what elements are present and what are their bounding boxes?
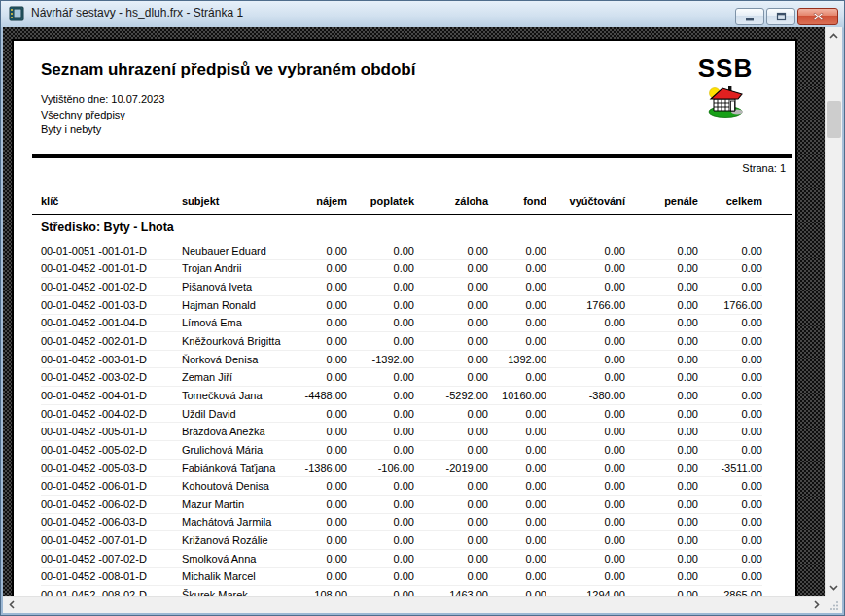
cell-penale: 0.00 [625, 245, 698, 257]
report-meta: Vytištěno dne: 10.07.2023 Všechny předpi… [41, 92, 164, 138]
vertical-scrollbar[interactable] [825, 27, 842, 596]
resize-grip[interactable] [825, 596, 842, 613]
cell-zaloha: -1463.00 [414, 589, 488, 596]
cell-fond: 0.00 [488, 516, 546, 528]
cell-klic: 00-01-0452 -008-02-D [41, 589, 182, 596]
cell-subjekt: Škurek Marek [182, 589, 294, 596]
cell-vyuctovani: 0.00 [546, 281, 625, 292]
cell-penale: 0.00 [625, 299, 698, 311]
column-header-celkem: celkem [698, 195, 762, 207]
scroll-up-button[interactable] [826, 27, 842, 44]
close-button[interactable] [797, 8, 838, 25]
cell-vyuctovani: 0.00 [546, 553, 625, 565]
cell-najem: 0.00 [294, 281, 347, 292]
table-row: 00-01-0452 -008-01-DMichalik Marcel0.000… [41, 568, 762, 587]
cell-zaloha: 0.00 [414, 354, 488, 365]
cell-penale: 0.00 [625, 516, 698, 528]
table-row: 00-01-0452 -002-01-DKněžourková Brigitta… [41, 332, 762, 351]
cell-subjekt: Fabiánková Taťjana [182, 462, 294, 474]
cell-zaloha: 0.00 [414, 553, 488, 565]
cell-vyuctovani: 0.00 [546, 245, 625, 257]
cell-najem: 0.00 [294, 534, 347, 546]
cell-celkem: 0.00 [698, 426, 762, 437]
resize-grip-icon [829, 600, 839, 610]
vertical-scroll-thumb[interactable] [827, 101, 841, 138]
cell-penale: 0.00 [625, 480, 698, 492]
column-header-vyuctovani: vyúčtování [546, 195, 625, 207]
table-row: 00-01-0452 -006-01-DKohoutová Denisa0.00… [41, 477, 762, 496]
restore-button[interactable] [766, 8, 795, 25]
cell-najem: 0.00 [294, 299, 347, 311]
house-icon [702, 82, 749, 119]
horizontal-scrollbar[interactable] [3, 596, 825, 613]
titlebar[interactable]: Návrhář sestavy - hs_dluh.frx - Stránka … [0, 0, 845, 27]
minimize-button[interactable] [735, 8, 764, 25]
table-row: 00-01-0452 -006-02-DMazur Martin0.000.00… [41, 496, 762, 514]
cell-fond: 0.00 [488, 498, 546, 510]
column-header-najem: nájem [294, 195, 347, 207]
cell-zaloha: 0.00 [414, 245, 488, 257]
cell-vyuctovani: 0.00 [546, 462, 625, 474]
cell-subjekt: Kohoutová Denisa [182, 480, 294, 492]
cell-celkem: 0.00 [698, 354, 762, 365]
ssb-logo-text: SSB [698, 54, 753, 82]
cell-najem: 0.00 [294, 371, 347, 383]
cell-fond: 0.00 [488, 589, 546, 596]
filter-line-2: Byty i nebyty [41, 122, 164, 138]
cell-vyuctovani: 0.00 [546, 534, 625, 546]
cell-fond: 0.00 [488, 281, 546, 292]
cell-fond: 0.00 [488, 262, 546, 274]
column-header-subjekt: subjekt [182, 195, 294, 207]
scroll-right-button[interactable] [808, 597, 825, 613]
cell-zaloha: 0.00 [414, 516, 488, 528]
cell-penale: 0.00 [625, 408, 698, 420]
cell-najem: 0.00 [294, 553, 347, 565]
cell-najem: 0.00 [294, 245, 347, 257]
cell-penale: 0.00 [625, 281, 698, 292]
cell-klic: 00-01-0452 -002-01-D [41, 335, 182, 347]
cell-vyuctovani: 0.00 [546, 408, 625, 420]
cell-celkem: 0.00 [698, 262, 762, 274]
cell-poplatek: 0.00 [347, 534, 414, 546]
cell-subjekt: Hajman Ronald [182, 299, 294, 311]
report-title: Seznam uhrazení předpisů ve vybraném obd… [41, 60, 415, 80]
cell-poplatek: 0.00 [347, 426, 414, 437]
scroll-down-button[interactable] [826, 579, 842, 596]
cell-subjekt: Michalik Marcel [182, 570, 294, 582]
cell-klic: 00-01-0452 -007-02-D [41, 553, 182, 565]
cell-poplatek: 0.00 [347, 553, 414, 565]
cell-fond: 0.00 [488, 426, 546, 437]
cell-poplatek: 0.00 [347, 335, 414, 347]
cell-celkem: -2865.00 [698, 589, 762, 596]
chevron-right-icon [814, 600, 820, 609]
cell-celkem: 0.00 [698, 335, 762, 347]
cell-celkem: -3511.00 [698, 462, 762, 474]
cell-vyuctovani: 0.00 [546, 516, 625, 528]
table-row: 00-01-0452 -006-03-DMachátová Jarmila0.0… [41, 514, 762, 532]
table-row: 00-01-0452 -005-02-DGrulichová Mária0.00… [41, 441, 762, 460]
cell-zaloha: 0.00 [414, 262, 488, 274]
cell-vyuctovani: -1294.00 [546, 589, 625, 596]
table-row: 00-01-0452 -004-01-DTomečková Jana-4488.… [41, 387, 762, 405]
cell-subjekt: Ňorková Denisa [182, 354, 294, 365]
cell-klic: 00-01-0452 -001-03-D [41, 299, 182, 311]
cell-zaloha: 0.00 [414, 408, 488, 420]
chevron-left-icon [9, 600, 15, 609]
cell-klic: 00-01-0452 -005-02-D [41, 444, 182, 456]
table-row: 00-01-0051 -001-01-DNeubauer Eduard0.000… [41, 242, 762, 260]
scroll-left-button[interactable] [3, 597, 19, 613]
cell-celkem: 0.00 [698, 408, 762, 420]
table-row: 00-01-0452 -003-01-DŇorková Denisa0.00-1… [41, 351, 762, 369]
minimize-icon [745, 13, 755, 21]
cell-fond: 0.00 [488, 408, 546, 420]
cell-subjekt: Neubauer Eduard [182, 245, 294, 257]
cell-poplatek: -106.00 [347, 462, 414, 474]
column-header-penale: penále [625, 195, 698, 207]
table-row: 00-01-0452 -004-02-DUždil David0.000.000… [41, 405, 762, 424]
cell-vyuctovani: 0.00 [546, 426, 625, 437]
cell-vyuctovani: 0.00 [546, 317, 625, 328]
cell-zaloha: 0.00 [414, 444, 488, 456]
cell-subjekt: Kněžourková Brigitta [182, 335, 294, 347]
report-page: Seznam uhrazení předpisů ve vybraném obd… [12, 39, 797, 596]
cell-vyuctovani: 0.00 [546, 335, 625, 347]
